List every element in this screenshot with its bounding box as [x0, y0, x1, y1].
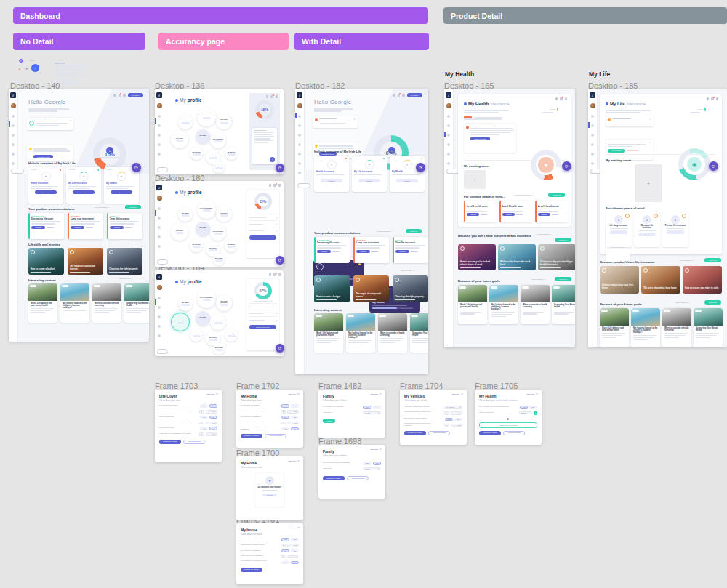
profile-bubble[interactable]: My Life Insurance: [197, 108, 216, 126]
component-icon[interactable]: ❖: [18, 57, 24, 65]
lifeskill-card[interactable]: Choosing the right property: [393, 275, 428, 302]
read-more-link[interactable]: Read more: [332, 251, 339, 252]
want-this-button[interactable]: I want this: [71, 226, 84, 229]
add-section-button[interactable]: Add next section: [347, 476, 369, 480]
no-toggle[interactable]: No: [291, 538, 299, 541]
cart-icon[interactable]: [716, 97, 719, 100]
frame-desktop-184[interactable]: il My profile My Life Insurance My Famil…: [155, 270, 284, 356]
search-input[interactable]: Search: [519, 411, 532, 415]
complete-profile-button[interactable]: Complete my profile: [249, 235, 276, 240]
view-all-covers-link[interactable]: View all health covers→: [515, 194, 533, 196]
profile-bubble[interactable]: My Home: [196, 129, 210, 144]
read-more-link[interactable]: Read more: [86, 227, 92, 228]
overview-card[interactable]: ♥ My Life Insurance Explore: [66, 167, 101, 204]
update-profile-button[interactable]: Update my Profile: [241, 434, 262, 438]
profile-bubble[interactable]: My Pension: [213, 343, 225, 355]
article-photo-card[interactable]: Wellness for those who work hard: [498, 244, 536, 270]
read-more-link[interactable]: Read more: [552, 214, 558, 215]
want-this-button[interactable]: I want this: [110, 226, 124, 229]
section-no-detail[interactable]: No Detail: [13, 33, 145, 50]
no-toggle[interactable]: No: [291, 427, 299, 431]
profile-bubble[interactable]: My Health Insurance: [216, 206, 232, 222]
sidebar-icons[interactable]: [156, 205, 162, 253]
amount-field[interactable]: 0.00: [287, 544, 299, 547]
lamp-icon[interactable]: [266, 95, 269, 98]
want-this-button[interactable]: I want this: [395, 250, 409, 253]
chat-fab[interactable]: ⟳: [276, 256, 284, 265]
cart-icon[interactable]: [276, 95, 278, 98]
yes-toggle[interactable]: Yes: [281, 538, 289, 541]
bubble-update-pill[interactable]: [199, 229, 207, 231]
view-all-articles-link[interactable]: View all articles→: [675, 302, 689, 303]
view-all-products-link[interactable]: View all products→: [95, 206, 110, 208]
section-product-detail[interactable]: Product Detail: [443, 7, 727, 24]
overview-card[interactable]: ♥ Health Insurance Get advice: [314, 156, 349, 192]
bubble-update-pill[interactable]: [215, 259, 223, 262]
frame-desktop-182[interactable]: il My basket Hello Georgie ✕ !: [295, 89, 428, 374]
discover-all-button[interactable]: Discover all: [555, 238, 571, 242]
want-this-button[interactable]: I want this: [467, 213, 479, 216]
sign-out-pill[interactable]: [157, 167, 168, 172]
frame-1482[interactable]: Skip chat✕ Family Tell us about your chi…: [318, 390, 385, 438]
add-section-button[interactable]: Add next section: [183, 440, 205, 444]
add-section-button[interactable]: Add next section: [265, 434, 286, 438]
chat-fab[interactable]: ⟳: [276, 164, 284, 172]
no-toggle[interactable]: No: [291, 561, 299, 565]
bell-icon[interactable]: [560, 97, 563, 100]
no-toggle[interactable]: No: [291, 416, 299, 419]
chat-fab[interactable]: ⟳: [416, 163, 425, 172]
product-card[interactable]: INVESTMENT Lump sum investment I want th…: [353, 237, 389, 263]
content-card[interactable]: Supporting Your Mental Health: [694, 308, 723, 347]
close-icon[interactable]: ✕: [297, 459, 300, 462]
bubble-update-pill[interactable]: [209, 249, 217, 251]
group-label-my-health[interactable]: My Health: [445, 71, 474, 78]
life-notice-card[interactable]: ✕ !: [606, 116, 654, 126]
no-toggle[interactable]: No: [454, 418, 462, 422]
how-many-select[interactable]: 1 child▾: [364, 411, 381, 415]
profile-bubble[interactable]: My Savings: [190, 147, 203, 160]
content-card[interactable]: Not looking forward to the children's su…: [346, 313, 375, 353]
no-toggle[interactable]: No: [291, 549, 299, 553]
next-button[interactable]: ›: [270, 157, 275, 162]
range-slider[interactable]: [479, 418, 537, 420]
content-card[interactable]: When to consider a health screening: [662, 308, 691, 347]
bubble-update-pill[interactable]: [182, 122, 190, 124]
no-toggle[interactable]: No: [209, 404, 217, 408]
checklist-row[interactable]: ›: [249, 310, 277, 316]
lamp-icon[interactable]: [269, 273, 272, 276]
section-accurancy[interactable]: Accurancy page: [158, 33, 289, 50]
currency-field[interactable]: €: [444, 411, 449, 415]
profile-bubble[interactable]: My Family: [178, 115, 193, 129]
currency-field[interactable]: €: [199, 432, 204, 436]
discover-all-button[interactable]: Discover all: [548, 193, 565, 197]
bubble-update-pill[interactable]: [203, 117, 211, 119]
bubble-update-pill[interactable]: [228, 335, 236, 337]
bubble-update-pill[interactable]: [215, 167, 223, 169]
frame-1703[interactable]: Skip chat✕ Life Cover Tell us about your…: [155, 390, 222, 462]
chat-fab[interactable]: ⟳: [709, 161, 718, 171]
frame-desktop-185[interactable]: il My Life Insurance ✕ !: [588, 89, 727, 347]
close-icon[interactable]: ✕: [297, 526, 300, 529]
checklist-row-done[interactable]: ✓›: [249, 303, 277, 310]
summary-card[interactable]: ›: [252, 128, 277, 164]
checklist-row[interactable]: ›: [249, 220, 277, 227]
section-dashboard[interactable]: Dashboard: [13, 7, 428, 24]
update-profile-button[interactable]: Update my Profile: [404, 431, 426, 435]
read-more-link[interactable]: Read more: [516, 214, 523, 215]
skip-chat-link[interactable]: Skip chat: [207, 393, 214, 395]
life-question-card[interactable]: ✕ Get quotation Remind me later: [606, 140, 654, 160]
lifeskill-card[interactable]: How to create a budget: [28, 248, 64, 275]
want-this-button[interactable]: I want this: [538, 213, 550, 216]
skip-chat-link[interactable]: Skip chat: [371, 448, 378, 451]
ellipsis-icon[interactable]: ⋯: [29, 58, 34, 64]
profile-bubble[interactable]: My Wealth: [225, 147, 238, 160]
want-this-button[interactable]: I want this: [317, 250, 331, 253]
complete-profile-button[interactable]: Complete my profile: [249, 325, 276, 329]
want-this-button[interactable]: I want this: [638, 233, 656, 236]
frame-1705[interactable]: Skip chat✕ My Health Tell us about your …: [475, 390, 542, 445]
cart-icon[interactable]: [123, 94, 126, 97]
frame-1701[interactable]: Skip chat✕ My house Tell us about this h…: [236, 523, 303, 584]
avatar[interactable]: [157, 103, 162, 108]
amount-field[interactable]: 0.00: [451, 424, 462, 427]
cart-icon[interactable]: [278, 184, 281, 187]
